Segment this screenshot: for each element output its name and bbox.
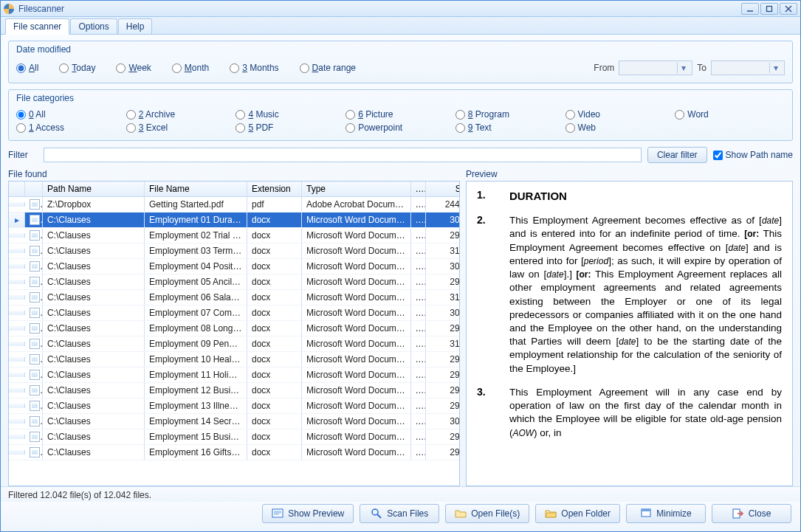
show-path-name-checkbox[interactable]: Show Path name <box>713 150 793 160</box>
cat-radio-music[interactable]: 4 Music <box>236 109 346 120</box>
file-icon <box>25 228 43 243</box>
preview-paragraph: 3.This Employment Agreement will in any … <box>477 386 782 440</box>
date-radio-3-months[interactable]: 3 Months <box>230 63 278 73</box>
main-tabs: File scanner Options Help <box>1 17 800 35</box>
minimize-button[interactable]: Minimize <box>626 504 706 523</box>
table-row[interactable]: C:\ClausesEmployment 03 Terminati...docx… <box>9 243 459 259</box>
file-icon <box>25 305 43 321</box>
date-from-dropdown[interactable]: ▾ <box>619 61 692 75</box>
preview-icon <box>272 508 283 519</box>
table-row[interactable]: ▸C:\ClausesEmployment 01 Duration....doc… <box>9 213 459 228</box>
table-row[interactable]: C:\ClausesEmployment 11 Holidays....docx… <box>9 367 459 383</box>
tab-help[interactable]: Help <box>118 18 153 34</box>
date-radio-all[interactable]: All <box>16 63 38 73</box>
table-row[interactable]: C:\ClausesEmployment 16 Gifts.docxdocxMi… <box>9 445 459 460</box>
cat-radio-picture[interactable]: 6 Picture <box>346 109 455 120</box>
date-to-dropdown[interactable]: ▾ <box>711 61 785 75</box>
file-icon <box>25 197 43 212</box>
window-minimize-button[interactable] <box>741 3 759 15</box>
tab-file-scanner[interactable]: File scanner <box>5 18 69 35</box>
date-range-controls: From▾To▾ <box>594 61 785 75</box>
window-close-button[interactable] <box>780 3 797 15</box>
panel-file-categories-title: File categories <box>16 93 785 103</box>
cat-radio-program[interactable]: 8 Program <box>455 109 565 120</box>
date-radio-week[interactable]: Week <box>116 63 151 73</box>
grid-col-size[interactable]: Size <box>426 182 460 196</box>
grid-col-icon[interactable] <box>25 182 43 196</box>
table-row[interactable]: C:\ClausesEmployment 15 Business ...docx… <box>9 429 459 445</box>
grid-col-filename[interactable]: File Name <box>145 182 247 196</box>
table-row[interactable]: C:\ClausesEmployment 12 Business ...docx… <box>9 383 459 398</box>
grid-header: Path Name File Name Extension Type ... S… <box>9 182 459 197</box>
table-row[interactable]: C:\ClausesEmployment 13 Illness.docxdocx… <box>9 398 459 414</box>
cat-radio-text[interactable]: 9 Text <box>455 122 565 133</box>
preview-panel[interactable]: 1.DURATION2.This Employment Agreement be… <box>466 181 793 486</box>
preview-paragraph: 1.DURATION <box>477 189 782 204</box>
app-icon <box>4 4 14 14</box>
bottom-buttons: Show Preview Scan Files Open File(s) Ope… <box>1 502 800 531</box>
filter-input[interactable] <box>44 148 642 162</box>
date-radio-month[interactable]: Month <box>172 63 209 73</box>
panel-file-categories: File categories 0 All2 Archive4 Music6 P… <box>8 89 793 141</box>
table-row[interactable]: C:\ClausesEmployment 02 Trial Perio...do… <box>9 228 459 243</box>
svg-point-8 <box>372 509 378 515</box>
window-title: Filescanner <box>18 4 64 14</box>
grid-col-path[interactable]: Path Name <box>43 182 145 196</box>
cat-radio-word[interactable]: Word <box>675 109 785 120</box>
file-grid[interactable]: Path Name File Name Extension Type ... S… <box>8 181 460 486</box>
table-row[interactable]: C:\ClausesEmployment 08 Long-Ter...docxM… <box>9 321 459 336</box>
table-row[interactable]: C:\ClausesEmployment 14 Secrecy a...docx… <box>9 414 459 429</box>
table-row[interactable]: C:\ClausesEmployment 10 Health Ca...docx… <box>9 352 459 367</box>
preview-label: Preview <box>466 169 793 179</box>
cat-radio-pdf[interactable]: 5 PDF <box>236 122 346 133</box>
file-icon <box>25 367 43 383</box>
file-icon <box>25 429 43 445</box>
svg-rect-11 <box>642 509 650 511</box>
table-row[interactable]: C:\ClausesEmployment 06 Salary an...docx… <box>9 290 459 305</box>
window-maximize-button[interactable] <box>760 3 778 15</box>
table-row[interactable]: C:\ClausesEmployment 07 Company...docxMi… <box>9 305 459 321</box>
close-button[interactable]: Close <box>712 504 791 523</box>
svg-line-9 <box>377 514 381 518</box>
grid-col-indicator[interactable] <box>9 182 25 196</box>
cat-radio-archive[interactable]: 2 Archive <box>126 109 236 120</box>
tab-options[interactable]: Options <box>70 18 117 34</box>
show-preview-button[interactable]: Show Preview <box>262 504 354 523</box>
preview-paragraph: 2.This Employment Agreement becomes effe… <box>477 214 782 376</box>
folder-open-icon <box>455 508 467 519</box>
table-row[interactable]: C:\ClausesEmployment 04 Position.d...doc… <box>9 259 459 274</box>
date-radio-date-range[interactable]: Date range <box>300 63 356 73</box>
file-icon <box>25 414 43 429</box>
cat-radio-video[interactable]: Video <box>565 109 675 120</box>
file-icon <box>25 321 43 336</box>
filter-label: Filter <box>8 150 38 160</box>
svg-rect-1 <box>767 6 772 11</box>
file-icon <box>25 398 43 414</box>
file-icon <box>25 445 43 460</box>
exit-icon <box>732 508 744 519</box>
file-icon <box>25 259 43 274</box>
table-row[interactable]: C:\ClausesEmployment 09 Pension.d...docx… <box>9 336 459 352</box>
cat-radio-powerpoint[interactable]: Powerpoint <box>346 122 455 133</box>
open-folder-button[interactable]: Open Folder <box>535 504 620 523</box>
cat-radio-web[interactable]: Web <box>565 122 675 133</box>
grid-col-type[interactable]: Type <box>302 182 411 196</box>
table-row[interactable]: C:\ClausesEmployment 05 Ancillary ...doc… <box>9 274 459 290</box>
grid-col-dots[interactable]: ... <box>411 182 426 196</box>
minimize-icon <box>640 508 652 519</box>
folder-icon <box>545 508 557 519</box>
scan-files-button[interactable]: Scan Files <box>360 504 439 523</box>
grid-col-extension[interactable]: Extension <box>247 182 302 196</box>
status-bar: Filtered 12.042 file(s) of 12.042 files. <box>1 486 800 502</box>
date-radio-today[interactable]: Today <box>59 63 95 73</box>
table-row[interactable]: Z:\DropboxGetting Started.pdfpdfAdobe Ac… <box>9 197 459 213</box>
file-icon <box>25 290 43 305</box>
open-files-button[interactable]: Open File(s) <box>445 504 529 523</box>
clear-filter-button[interactable]: Clear filter <box>647 147 707 163</box>
filter-row: Filter Clear filter Show Path name <box>8 147 793 163</box>
cat-radio-excel[interactable]: 3 Excel <box>126 122 236 133</box>
titlebar: Filescanner <box>1 1 800 17</box>
cat-radio-access[interactable]: 1 Access <box>16 122 126 133</box>
cat-radio-all[interactable]: 0 All <box>16 109 126 120</box>
panel-date-modified: Date modified AllTodayWeekMonth3 MonthsD… <box>8 41 793 83</box>
